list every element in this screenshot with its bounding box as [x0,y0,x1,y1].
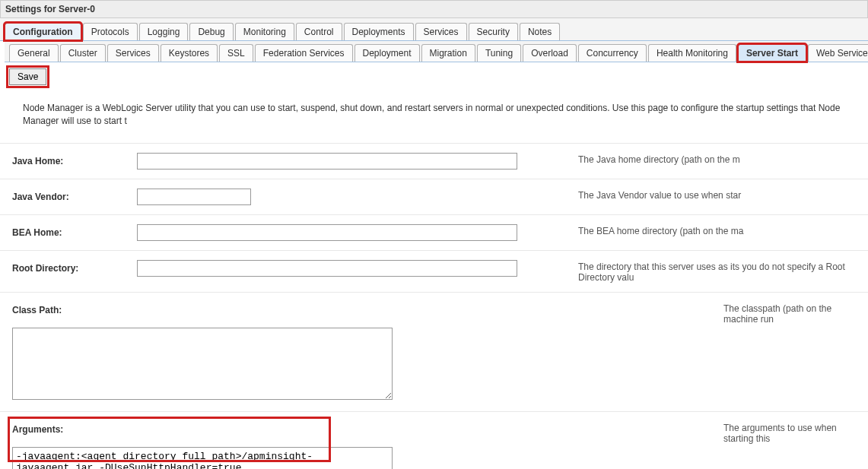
row-java-vendor: Java Vendor: The Java Vendor value to us… [0,179,868,214]
sub-tab-web-services[interactable]: Web Services [808,44,868,62]
main-tab-security[interactable]: Security [469,23,518,40]
help-java-vendor: The Java Vendor value to use when star [563,189,860,201]
sub-tab-tuning[interactable]: Tuning [477,44,521,62]
main-tab-protocols[interactable]: Protocols [83,23,138,40]
input-class-path[interactable] [12,328,393,400]
main-tab-logging[interactable]: Logging [139,23,189,40]
label-root-dir: Root Directory: [8,260,137,274]
row-arguments: Arguments: The arguments to use when sta… [0,411,868,469]
sub-tab-health-monitoring[interactable]: Health Monitoring [648,44,736,62]
page-title: Settings for Server-0 [0,0,868,17]
main-tab-services[interactable]: Services [415,23,467,40]
sub-tab-overload[interactable]: Overload [523,44,577,62]
page-description: Node Manager is a WebLogic Server utilit… [0,91,868,143]
help-root-dir: The directory that this server uses as i… [563,260,860,283]
row-class-path: Class Path: The classpath (path on the m… [0,292,868,411]
main-tab-debug[interactable]: Debug [189,23,233,40]
sub-tab-cluster[interactable]: Cluster [60,44,106,62]
input-arguments[interactable] [12,447,393,469]
input-java-home[interactable] [137,153,517,170]
sub-tab-strip: GeneralClusterServicesKeystoresSSLFedera… [5,41,868,62]
input-java-vendor[interactable] [137,189,251,205]
row-root-dir: Root Directory: The directory that this … [0,250,868,292]
label-arguments: Arguments: [8,421,137,435]
main-tab-deployments[interactable]: Deployments [344,23,414,40]
sub-tab-migration[interactable]: Migration [421,44,475,62]
row-bea-home: BEA Home: The BEA home directory (path o… [0,214,868,250]
input-root-dir[interactable] [137,260,517,277]
main-tab-monitoring[interactable]: Monitoring [235,23,294,40]
row-java-home: Java Home: The Java home directory (path… [0,143,868,179]
main-tab-control[interactable]: Control [296,23,342,40]
label-class-path: Class Path: [8,302,137,315]
sub-tab-ssl[interactable]: SSL [219,44,253,62]
main-tab-configuration[interactable]: Configuration [5,23,81,40]
label-bea-home: BEA Home: [8,224,137,238]
help-java-home: The Java home directory (path on the m [563,153,860,165]
sub-tab-federation-services[interactable]: Federation Services [255,44,353,62]
sub-tab-keystores[interactable]: Keystores [161,44,218,62]
label-java-vendor: Java Vendor: [8,189,137,202]
main-tab-strip: ConfigurationProtocolsLoggingDebugMonito… [0,17,868,41]
sub-tab-services[interactable]: Services [107,44,159,62]
sub-tab-concurrency[interactable]: Concurrency [578,44,647,62]
sub-tab-server-start[interactable]: Server Start [738,44,806,62]
help-arguments: The arguments to use when starting this [708,421,860,444]
sub-tab-general[interactable]: General [9,44,59,62]
label-java-home: Java Home: [8,153,137,166]
help-class-path: The classpath (path on the machine run [708,302,860,325]
input-bea-home[interactable] [137,224,517,241]
save-button[interactable]: Save [9,68,46,85]
main-tab-notes[interactable]: Notes [520,23,560,40]
sub-tab-deployment[interactable]: Deployment [355,44,420,62]
help-bea-home: The BEA home directory (path on the ma [563,224,860,236]
